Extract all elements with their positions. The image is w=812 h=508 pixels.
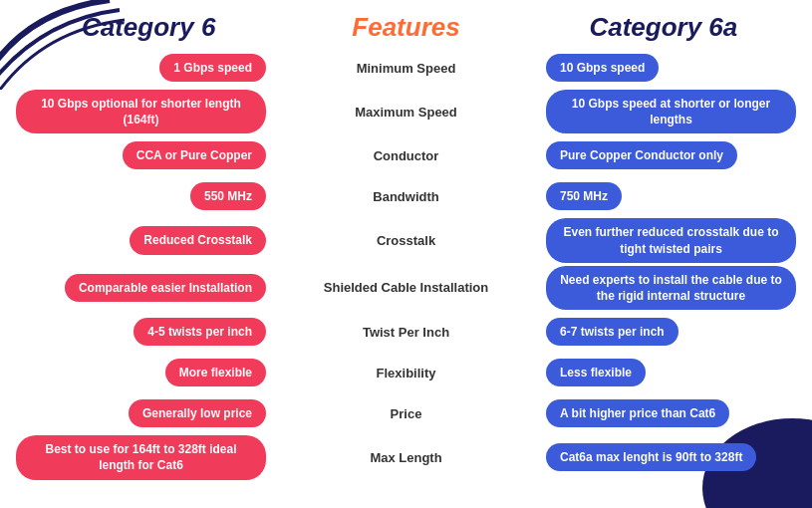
cat6-cell-7: More flexible: [16, 359, 276, 386]
cat6a-cell-7: Less flexible: [536, 359, 796, 386]
cat6-cell-6: 4-5 twists per inch: [16, 318, 276, 346]
feature-cell-1: Maximum Speed: [276, 103, 536, 122]
cat6a-badge-4: Even further reduced crosstalk due to ti…: [546, 218, 796, 262]
col2-header: Features: [277, 12, 534, 43]
table-row: More flexible Flexibility Less flexible: [16, 354, 796, 391]
cat6-badge-6: 4-5 twists per inch: [134, 318, 266, 346]
cat6a-cell-9: Cat6a max lenght is 90ft to 328ft: [536, 443, 796, 471]
cat6a-cell-2: Pure Copper Conductor only: [536, 141, 796, 169]
cat6-cell-3: 550 MHz: [16, 182, 276, 210]
cat6a-badge-1: 10 Gbps speed at shorter or longer lengt…: [546, 90, 796, 133]
cat6a-cell-0: 10 Gbps speed: [536, 54, 796, 82]
table-row: 550 MHz Bandwidth 750 MHz: [16, 177, 796, 215]
cat6a-cell-4: Even further reduced crosstalk due to ti…: [536, 218, 796, 262]
main-container: Category 6 Features Category 6a 1 Gbps s…: [0, 0, 812, 508]
cat6a-badge-8: A bit higher price than Cat6: [546, 399, 729, 427]
cat6a-badge-5: Need experts to install the cable due to…: [546, 266, 796, 310]
cat6-badge-3: 550 MHz: [190, 182, 266, 210]
table-row: Reduced Crosstalk Crosstalk Even further…: [16, 218, 796, 262]
cat6-badge-1: 10 Gbps optional for shorter length (164…: [16, 90, 266, 133]
cat6a-badge-2: Pure Copper Conductor only: [546, 141, 737, 169]
table-row: Comparable easier Installation Shielded …: [16, 266, 796, 310]
cat6a-cell-6: 6-7 twists per inch: [536, 318, 796, 346]
feature-cell-9: Max Length: [276, 448, 536, 467]
table-row: Best to use for 164ft to 328ft ideal len…: [16, 435, 796, 479]
cat6-cell-5: Comparable easier Installation: [16, 274, 276, 302]
feature-cell-0: Minimum Speed: [276, 59, 536, 78]
feature-cell-6: Twist Per Inch: [276, 323, 536, 342]
header-row: Category 6 Features Category 6a: [0, 0, 812, 49]
feature-cell-4: Crosstalk: [276, 231, 536, 250]
cat6-cell-9: Best to use for 164ft to 328ft ideal len…: [16, 435, 276, 479]
cat6-badge-5: Comparable easier Installation: [65, 274, 266, 302]
cat6-cell-2: CCA or Pure Copper: [16, 141, 276, 169]
cat6-cell-1: 10 Gbps optional for shorter length (164…: [16, 90, 276, 133]
cat6-badge-8: Generally low price: [129, 399, 266, 427]
feature-cell-3: Bandwidth: [276, 187, 536, 206]
table-row: CCA or Pure Copper Conductor Pure Copper…: [16, 136, 796, 174]
cat6a-badge-9: Cat6a max lenght is 90ft to 328ft: [546, 443, 756, 471]
cat6-badge-0: 1 Gbps speed: [159, 54, 266, 82]
col1-header: Category 6: [20, 12, 277, 43]
table-row: 10 Gbps optional for shorter length (164…: [16, 90, 796, 133]
cat6-cell-0: 1 Gbps speed: [16, 54, 276, 82]
cat6-badge-9: Best to use for 164ft to 328ft ideal len…: [16, 435, 266, 479]
feature-cell-5: Shielded Cable Installation: [276, 278, 536, 297]
cat6-cell-4: Reduced Crosstalk: [16, 226, 276, 254]
cat6a-cell-1: 10 Gbps speed at shorter or longer lengt…: [536, 90, 796, 133]
cat6a-badge-0: 10 Gbps speed: [546, 54, 659, 82]
table-body: 1 Gbps speed Minimum Speed 10 Gbps speed…: [0, 49, 812, 508]
feature-cell-7: Flexibility: [276, 364, 536, 382]
cat6a-cell-5: Need experts to install the cable due to…: [536, 266, 796, 310]
cat6-badge-2: CCA or Pure Copper: [123, 141, 266, 169]
cat6-badge-7: More flexible: [165, 359, 266, 386]
feature-cell-2: Conductor: [276, 146, 536, 165]
feature-cell-8: Price: [276, 404, 536, 423]
col3-header: Category 6a: [535, 12, 792, 43]
cat6a-cell-8: A bit higher price than Cat6: [536, 399, 796, 427]
cat6-cell-8: Generally low price: [16, 399, 276, 427]
cat6a-badge-6: 6-7 twists per inch: [546, 318, 678, 346]
table-row: Generally low price Price A bit higher p…: [16, 394, 796, 432]
table-row: 1 Gbps speed Minimum Speed 10 Gbps speed: [16, 49, 796, 87]
cat6a-cell-3: 750 MHz: [536, 182, 796, 210]
cat6a-badge-7: Less flexible: [546, 359, 646, 386]
cat6-badge-4: Reduced Crosstalk: [130, 226, 266, 254]
table-row: 4-5 twists per inch Twist Per Inch 6-7 t…: [16, 313, 796, 351]
cat6a-badge-3: 750 MHz: [546, 182, 622, 210]
